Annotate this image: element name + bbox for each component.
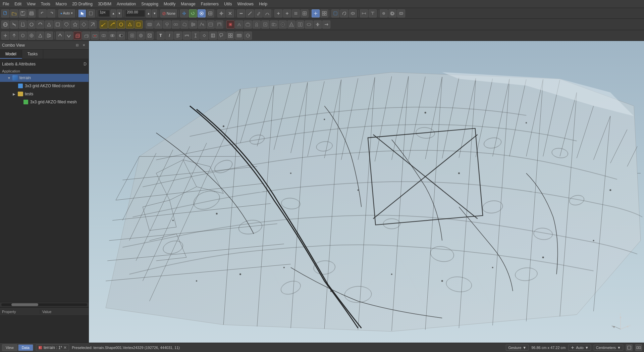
menu-utils[interactable]: Utils (221, 1, 234, 7)
extra-btn[interactable] (397, 9, 405, 17)
tree-item-terrain[interactable]: ▼ terrain (0, 74, 89, 82)
sketch-btn3[interactable] (117, 20, 125, 29)
tab-tasks[interactable]: Tasks (22, 50, 44, 59)
r3-btn1[interactable] (1, 32, 9, 40)
r2-tool4[interactable] (172, 20, 180, 29)
tb2-btn7[interactable] (54, 20, 62, 29)
r2-tool9[interactable] (215, 20, 223, 29)
line-width-select[interactable]: 1px (98, 10, 110, 17)
r2-tool1[interactable] (146, 20, 154, 29)
r3-btn6[interactable] (45, 32, 53, 40)
r3-circle-dim[interactable] (244, 32, 252, 40)
tb2-btn10[interactable] (80, 20, 88, 29)
italic-btn[interactable]: I (165, 32, 173, 40)
open-file-btn[interactable] (10, 9, 18, 17)
units-dropdown[interactable]: Centimeters ▼ (594, 345, 623, 351)
menu-2d-drafting[interactable]: 2D Drafting (69, 1, 95, 7)
tb2-btn5[interactable] (36, 20, 44, 29)
r2-special2[interactable] (235, 20, 243, 29)
menu-help[interactable]: Help (256, 1, 270, 7)
r3-btn2[interactable] (10, 32, 18, 40)
menu-edit[interactable]: Edit (12, 1, 24, 7)
cross-btn[interactable] (226, 9, 234, 17)
pan-btn[interactable] (198, 9, 206, 17)
select-btn[interactable] (87, 9, 95, 17)
r3-union[interactable] (100, 32, 108, 40)
r2-special10[interactable] (305, 20, 313, 29)
snap-btn[interactable] (312, 9, 320, 17)
r3-grid2[interactable] (226, 32, 234, 40)
measure-btn[interactable] (360, 9, 368, 17)
r2-special8[interactable] (287, 20, 296, 29)
tb2-btn8[interactable] (62, 20, 70, 29)
r3-subtract[interactable] (91, 32, 99, 40)
grid-snap-btn[interactable] (320, 9, 328, 17)
r3-inter[interactable] (108, 32, 116, 40)
auto-mode-dropdown[interactable]: Auto ▼ (568, 345, 591, 351)
move-btn[interactable] (180, 9, 188, 17)
close-panel-btn[interactable]: ✕ (81, 43, 87, 48)
h-scrollbar[interactable] (0, 302, 89, 307)
save-btn[interactable] (19, 9, 27, 17)
viewport[interactable]: Z X Y (89, 41, 644, 343)
r2-special7[interactable] (279, 20, 287, 29)
r3-table[interactable] (209, 32, 217, 40)
gesture-dropdown[interactable]: Gesture ▼ (506, 345, 529, 351)
text-btn[interactable]: T (157, 32, 165, 40)
workbench-selector[interactable]: ● Auto ▼ (58, 9, 75, 17)
add2-btn[interactable] (283, 9, 291, 17)
box-select-btn[interactable] (331, 9, 339, 17)
settings-btn[interactable] (380, 9, 388, 17)
r2-special9[interactable] (296, 20, 304, 29)
menu-fasteners[interactable]: Fasteners (198, 1, 221, 7)
sketch-btn5[interactable] (135, 20, 143, 29)
r2-tool3[interactable] (163, 20, 171, 29)
zoom-select[interactable]: 200.00 (125, 10, 145, 17)
sketch-btn2[interactable] (108, 20, 116, 29)
gear-btn[interactable] (388, 9, 396, 17)
tree-arrow-tests[interactable]: ▶ (13, 92, 17, 96)
zoom-fit-btn[interactable] (206, 9, 214, 17)
r3-dim1[interactable]: dim (183, 32, 191, 40)
r3-sym[interactable] (200, 32, 208, 40)
menu-file[interactable]: File (0, 1, 12, 7)
r3-move-down[interactable] (65, 32, 73, 40)
grid-dots-btn[interactable] (292, 9, 300, 17)
close-active-object-btn[interactable]: ✕ (63, 345, 67, 350)
menu-view[interactable]: View (24, 1, 38, 7)
menu-macro[interactable]: Macro (53, 1, 69, 7)
r3-extrude[interactable] (73, 32, 82, 40)
tree-item-tests[interactable]: ▶ tests (0, 90, 89, 98)
lasso-btn[interactable] (340, 9, 348, 17)
tb2-btn6[interactable] (45, 20, 53, 29)
statusbar-btn1[interactable] (626, 344, 633, 351)
tb2-btn9[interactable] (71, 20, 79, 29)
new-file-btn[interactable] (1, 9, 9, 17)
pen-btn[interactable] (255, 9, 263, 17)
r2-special6[interactable] (270, 20, 278, 29)
menu-windows[interactable]: Windows (234, 1, 256, 7)
tb2-btn1[interactable] (1, 20, 9, 29)
dimension-btn[interactable] (369, 9, 377, 17)
sketch-btn4[interactable] (126, 20, 134, 29)
redo-btn[interactable] (47, 9, 55, 17)
undo-btn[interactable] (39, 9, 47, 17)
dot-btn[interactable] (237, 9, 245, 17)
status-tab-view[interactable]: View (2, 344, 17, 351)
hscroll-track[interactable] (1, 303, 87, 306)
r3-diff[interactable] (117, 32, 125, 40)
print-btn[interactable] (28, 9, 36, 17)
r3-annot[interactable] (218, 32, 226, 40)
r2-special4[interactable] (253, 20, 261, 29)
r3-move-up[interactable] (56, 32, 64, 40)
add-btn[interactable] (274, 9, 282, 17)
zoom-down[interactable]: ▼ (152, 9, 157, 17)
r2-tool7[interactable] (198, 20, 206, 29)
detach-btn[interactable]: ⊟ (74, 43, 80, 48)
tree-arrow-terrain[interactable]: ▼ (7, 76, 12, 80)
grid-lines-btn[interactable] (301, 9, 309, 17)
r2-tool5[interactable] (180, 20, 189, 29)
r2-special12[interactable] (322, 20, 330, 29)
tb2-btn4[interactable] (28, 20, 36, 29)
menu-snapping[interactable]: Snapping (139, 1, 161, 7)
